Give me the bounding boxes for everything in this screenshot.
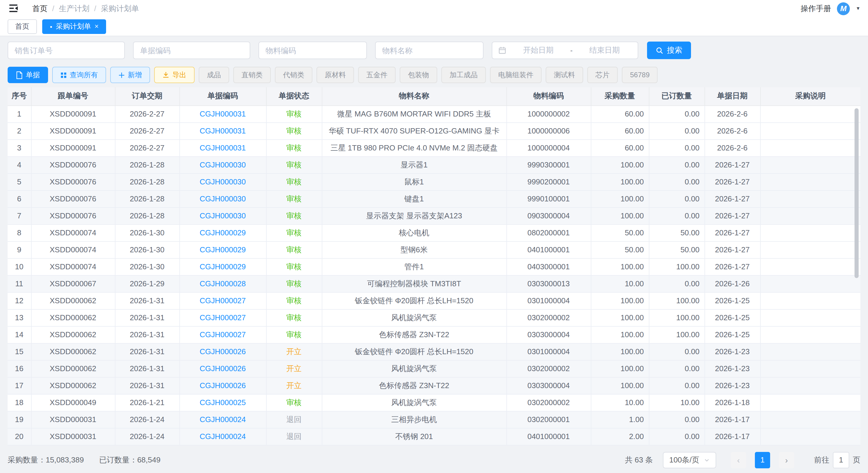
col-material-name: 物料名称	[322, 87, 506, 105]
category-button-raw-material[interactable]: 原材料	[316, 67, 354, 83]
doc-code-link[interactable]: CGJH000027	[199, 330, 246, 339]
goto-page-input[interactable]	[833, 452, 849, 468]
doc-code-link[interactable]: CGJH000030	[199, 194, 246, 203]
prev-page-button[interactable]: ‹	[731, 452, 746, 468]
material-name-input[interactable]	[375, 41, 484, 59]
category-button-packaging[interactable]: 包装物	[400, 67, 437, 83]
avatar[interactable]: M	[837, 2, 850, 15]
category-button-direct-sale[interactable]: 直销类	[233, 67, 271, 83]
table-row: 9XSDD0000742026-1-30CGJH000029审核型钢6米0401…	[8, 241, 860, 258]
cell-delivery-date: 2026-1-31	[115, 292, 179, 309]
cell-doc-date: 2026-2-6	[705, 122, 760, 139]
next-page-button[interactable]: ›	[779, 452, 794, 468]
doc-code-link[interactable]: CGJH000025	[199, 398, 246, 407]
category-button-chip[interactable]: 芯片	[587, 67, 618, 83]
cell-material-name: 不锈钢 201	[322, 428, 506, 445]
doc-code-link[interactable]: CGJH000028	[199, 279, 246, 288]
sidebar-collapse-icon[interactable]	[8, 3, 19, 14]
cell-tracking-no: XSDD000074	[31, 241, 115, 258]
doc-code-link[interactable]: CGJH000026	[199, 381, 246, 390]
doc-code-link[interactable]: CGJH000024	[199, 415, 246, 424]
tab-purchase-plan[interactable]: ● 采购计划单 ×	[42, 19, 106, 34]
topbar: 首页 / 生产计划 / 采购计划单 操作手册 M ▼	[0, 0, 868, 17]
current-page-button[interactable]: 1	[755, 452, 770, 468]
page-size-select[interactable]: 100条/页	[663, 452, 716, 468]
cell-delivery-date: 2026-1-24	[115, 428, 179, 445]
topbar-right: 操作手册 M ▼	[801, 2, 860, 15]
cell-tracking-no: XSDD000067	[31, 275, 115, 292]
date-range-picker[interactable]: 开始日期 - 结束日期	[492, 41, 638, 59]
doc-code-link[interactable]: CGJH000030	[199, 160, 246, 169]
cell-doc-code: CGJH000031	[179, 122, 266, 139]
doc-code-link[interactable]: CGJH000031	[199, 109, 246, 118]
breadcrumb-production-plan[interactable]: 生产计划	[59, 3, 89, 14]
cell-doc-status: 审核	[266, 258, 322, 275]
doc-code-link[interactable]: CGJH000031	[199, 143, 246, 152]
category-button-56789[interactable]: 56789	[622, 67, 658, 83]
doc-code-link[interactable]: CGJH000024	[199, 432, 246, 441]
end-date-placeholder: 结束日期	[577, 45, 632, 56]
doc-code-link[interactable]: CGJH000026	[199, 347, 246, 356]
cell-doc-code: CGJH000030	[179, 207, 266, 224]
doc-code-link[interactable]: CGJH000027	[199, 296, 246, 305]
vertical-scrollbar[interactable]	[855, 108, 859, 278]
manual-link[interactable]: 操作手册	[801, 3, 831, 14]
category-button-finished[interactable]: 成品	[199, 67, 229, 83]
doc-code-link[interactable]: CGJH000029	[199, 245, 246, 254]
doc-code-link[interactable]: CGJH000031	[199, 127, 246, 135]
add-button[interactable]: 新增	[110, 67, 150, 83]
category-button-consignment[interactable]: 代销类	[275, 67, 312, 83]
cell-tracking-no: XSDD000062	[31, 360, 115, 377]
cell-material-code: 0302000001	[506, 411, 591, 428]
category-button-processed[interactable]: 加工成品	[441, 67, 486, 83]
category-button-test-material[interactable]: 测试料	[546, 67, 583, 83]
doc-code-link[interactable]: CGJH000029	[199, 228, 246, 237]
doc-button[interactable]: 单据	[8, 67, 48, 83]
breadcrumb-separator: /	[52, 4, 54, 13]
tab-home[interactable]: 首页	[8, 19, 37, 34]
cell-ordered-qty: 0.00	[649, 122, 705, 139]
cell-delivery-date: 2026-1-24	[115, 411, 179, 428]
cell-ordered-qty: 0.00	[649, 207, 705, 224]
cell-doc-status: 审核	[266, 190, 322, 207]
doc-code-link[interactable]: CGJH000026	[199, 364, 246, 373]
cell-doc-code: CGJH000029	[179, 224, 266, 241]
doc-code-link[interactable]: CGJH000030	[199, 177, 246, 186]
tabbar: 首页 ● 采购计划单 ×	[0, 17, 868, 36]
cell-purchase-qty: 10.00	[591, 275, 649, 292]
cell-doc-status: 开立	[266, 343, 322, 360]
query-all-button[interactable]: 查询所有	[52, 67, 106, 83]
user-menu-caret-icon[interactable]: ▼	[856, 6, 860, 11]
cell-delivery-date: 2026-2-27	[115, 122, 179, 139]
doc-code-link[interactable]: CGJH000027	[199, 313, 246, 322]
cell-purchase-qty: 2.00	[591, 428, 649, 445]
cell-remark	[760, 326, 860, 343]
button-label: 测试料	[554, 70, 575, 80]
goto-page: 前往 页	[814, 452, 860, 468]
cell-purchase-qty: 60.00	[591, 105, 649, 122]
export-button[interactable]: 导出	[154, 67, 194, 83]
breadcrumb: 首页 / 生产计划 / 采购计划单	[32, 3, 139, 14]
category-button-hardware[interactable]: 五金件	[358, 67, 396, 83]
action-toolbar: 单据 查询所有 新增	[8, 67, 860, 83]
goto-label: 前往	[814, 454, 829, 465]
cell-ordered-qty: 0.00	[649, 139, 705, 156]
doc-code-link[interactable]: CGJH000030	[199, 211, 246, 220]
cell-tracking-no: XSDD000031	[31, 411, 115, 428]
breadcrumb-home[interactable]: 首页	[32, 3, 48, 14]
cell-doc-status: 退回	[266, 411, 322, 428]
cell-material-code: 9990100001	[506, 190, 591, 207]
cell-seq: 8	[8, 224, 31, 241]
category-button-computer-parts[interactable]: 电脑组装件	[490, 67, 541, 83]
cell-material-name: 三相异步电机	[322, 411, 506, 428]
cell-delivery-date: 2026-1-30	[115, 241, 179, 258]
doc-code-input[interactable]	[133, 41, 250, 59]
cell-material-name: 风机旋涡气泵	[322, 360, 506, 377]
doc-code-link[interactable]: CGJH000029	[199, 262, 246, 271]
search-button[interactable]: 搜索	[647, 41, 691, 59]
material-code-input[interactable]	[258, 41, 367, 59]
close-icon[interactable]: ×	[94, 23, 98, 30]
cell-seq: 13	[8, 309, 31, 326]
sales-order-input[interactable]	[8, 41, 125, 59]
cell-purchase-qty: 1.00	[591, 411, 649, 428]
